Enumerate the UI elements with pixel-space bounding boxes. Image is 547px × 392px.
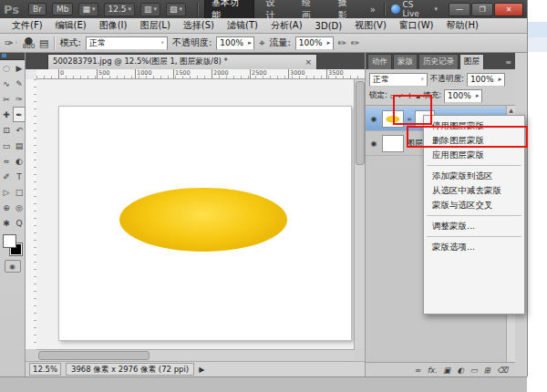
layer-thumbnail[interactable] bbox=[382, 135, 404, 152]
view-extras-button[interactable]: ▦ ▾ bbox=[78, 3, 98, 16]
status-zoom-field[interactable]: 12.5% bbox=[29, 363, 61, 376]
layers-blend-mode-select[interactable]: 正常 ▾ bbox=[369, 73, 428, 87]
launch-mini-bridge-button[interactable]: Mb bbox=[52, 3, 73, 15]
blur-tool-icon[interactable]: ≈ bbox=[0, 153, 13, 169]
path-selection-tool-icon[interactable]: ▷ bbox=[0, 184, 13, 200]
flow-input[interactable]: 100% ▸ bbox=[295, 36, 334, 50]
panel-tab[interactable]: 动作 bbox=[367, 54, 392, 69]
options-bar: ✑ ▾ ● 800 ▤ 模式: 正常 ▾ 不透明度: 100% ▸ ⌖ 流量: … bbox=[0, 34, 527, 53]
adjustment-layer-icon[interactable]: ◐ bbox=[457, 366, 463, 375]
menu-item[interactable]: 选择(S) bbox=[177, 19, 221, 32]
toggle-brush-panel-button[interactable]: ▤ bbox=[39, 37, 48, 49]
menu-item[interactable]: 分析(A) bbox=[264, 19, 309, 32]
launch-bridge-button[interactable]: Br bbox=[28, 3, 46, 15]
quick-mask-button[interactable]: ◉ bbox=[5, 260, 21, 273]
zoom-level-dropdown[interactable]: 12.5 ▾ bbox=[104, 3, 135, 16]
lock-row: 锁定: ▫✓✛▪ 填充: 100% ▸ bbox=[366, 88, 515, 103]
brush-preset-picker[interactable]: ✑ ▾ bbox=[5, 37, 18, 49]
brush-size-picker[interactable]: ● 800 bbox=[23, 38, 35, 49]
gradient-tool-icon[interactable]: ▤ bbox=[13, 138, 26, 153]
vertical-scrollbar[interactable] bbox=[354, 79, 365, 349]
horizontal-scrollbar[interactable] bbox=[36, 349, 355, 360]
context-menu-item[interactable] bbox=[424, 233, 524, 240]
dodge-tool-icon[interactable]: ◐ bbox=[13, 153, 26, 169]
scrollbar-thumb[interactable] bbox=[356, 81, 365, 165]
foreground-color-swatch[interactable] bbox=[3, 234, 16, 248]
context-menu-item[interactable]: 添加蒙版到选区 bbox=[424, 169, 524, 183]
context-menu-item[interactable]: 应用图层蒙版 bbox=[424, 148, 524, 162]
document-title: 500283791.jpg @ 12.5%(图层 1, 图层蒙版/8) * bbox=[53, 57, 228, 67]
tools-panel-header[interactable] bbox=[0, 53, 25, 60]
menu-item[interactable]: 帮助(H) bbox=[440, 19, 485, 32]
link-layers-icon[interactable]: ∞ bbox=[415, 366, 421, 375]
canvas[interactable] bbox=[58, 106, 352, 341]
layer-style-icon[interactable]: fx. bbox=[428, 366, 438, 375]
rectangle-tool-icon[interactable]: □ bbox=[13, 184, 26, 200]
visibility-eye-icon[interactable]: ◉ bbox=[368, 115, 379, 123]
add-layer-mask-icon[interactable]: ▣ bbox=[443, 366, 450, 375]
eraser-tool-icon[interactable]: ▭ bbox=[0, 138, 13, 153]
collapse-panels-icon[interactable]: ≡ bbox=[505, 58, 515, 69]
panel-tab[interactable]: 历史记录 bbox=[418, 54, 459, 69]
new-layer-icon[interactable]: ⊞ bbox=[484, 366, 490, 375]
panel-tab[interactable]: 蒙版 bbox=[393, 54, 418, 69]
menu-item[interactable]: 图像(I) bbox=[93, 19, 134, 32]
quick-selection-tool-icon[interactable]: ✎ bbox=[13, 76, 26, 91]
scrollbar-thumb[interactable] bbox=[38, 351, 150, 360]
brush-dot-icon: ● bbox=[25, 38, 34, 43]
airbrush-toggle-button[interactable]: ✏ bbox=[338, 37, 346, 49]
type-tool-icon[interactable]: T bbox=[13, 169, 26, 184]
screen-mode-button[interactable]: ▧ ▾ bbox=[166, 3, 186, 16]
pen-tool-icon[interactable]: ✐ bbox=[0, 169, 13, 184]
arrange-documents-button[interactable]: ▥ ▾ bbox=[140, 3, 160, 16]
spot-healing-brush-tool-icon[interactable]: ✚ bbox=[0, 107, 13, 122]
opacity-value: 100% bbox=[220, 38, 243, 47]
document-tab[interactable]: 500283791.jpg @ 12.5%(图层 1, 图层蒙版/8) * × bbox=[47, 54, 317, 69]
3d-orbit-tool-icon[interactable]: ◎ bbox=[13, 200, 26, 215]
history-brush-tool-icon[interactable]: ↶ bbox=[13, 122, 26, 138]
tab-close-icon[interactable]: × bbox=[304, 57, 312, 67]
workspace-overflow-button[interactable]: » bbox=[367, 5, 378, 15]
clone-stamp-tool-icon[interactable]: ⊡ bbox=[0, 122, 13, 138]
status-menu-arrow-icon[interactable]: ▶ bbox=[199, 366, 204, 374]
menu-item[interactable]: 窗口(W) bbox=[393, 19, 440, 32]
menu-item[interactable]: 文件(F) bbox=[5, 19, 49, 32]
menu-item[interactable]: 视图(V) bbox=[348, 19, 393, 32]
crop-tool-icon[interactable]: ✂ bbox=[0, 91, 13, 107]
zoom-tool-icon[interactable]: Q bbox=[13, 215, 26, 231]
context-menu-item[interactable]: 调整蒙版... bbox=[424, 219, 524, 233]
3d-rotate-tool-icon[interactable]: ⊕ bbox=[0, 200, 13, 215]
menu-item[interactable]: 编辑(E) bbox=[49, 19, 93, 32]
menu-item[interactable]: 图层(L) bbox=[133, 19, 176, 32]
menu-item[interactable]: 3D(D) bbox=[309, 21, 349, 31]
context-menu-item[interactable]: 从选区中减去蒙版 bbox=[424, 183, 524, 198]
tablet-size-button[interactable]: ✏ bbox=[351, 37, 359, 49]
context-menu-item[interactable] bbox=[424, 212, 524, 219]
cs-live-button[interactable]: CS Live ▾ bbox=[391, 0, 438, 18]
elliptical-marquee-tool-icon[interactable]: ◌ bbox=[0, 60, 13, 76]
close-button[interactable]: ✕ bbox=[494, 3, 523, 16]
opacity-input[interactable]: 100% ▸ bbox=[216, 36, 254, 50]
context-menu-item[interactable] bbox=[424, 162, 524, 169]
restore-button[interactable]: ❐ bbox=[471, 3, 493, 16]
move-tool-icon[interactable]: ▶ bbox=[13, 60, 26, 76]
context-menu-item[interactable]: 蒙版与选区交叉 bbox=[424, 198, 524, 212]
tablet-opacity-button[interactable]: ⌖ bbox=[259, 37, 264, 49]
brush-tool-icon[interactable]: ✒ bbox=[13, 107, 26, 122]
minimize-button[interactable]: — bbox=[449, 3, 470, 16]
fill-input[interactable]: 100% ▸ bbox=[444, 89, 482, 103]
delete-layer-icon[interactable]: ⌫ bbox=[497, 366, 508, 375]
new-group-icon[interactable]: ▭ bbox=[470, 366, 478, 375]
visibility-eye-icon[interactable]: ◉ bbox=[368, 139, 379, 148]
lasso-tool-icon[interactable]: ∿ bbox=[0, 76, 13, 91]
ruler-label: 3000 bbox=[288, 69, 326, 78]
status-bar: 12.5% 3968 像素 x 2976 像素 (72 ppi) ▶ bbox=[26, 361, 365, 377]
panel-tab[interactable]: 图层 bbox=[459, 54, 484, 69]
photoshop-logo: Ps bbox=[4, 3, 19, 16]
eyedropper-tool-icon[interactable]: ✑ bbox=[13, 91, 26, 107]
hand-tool-icon[interactable]: ✱ bbox=[0, 215, 13, 231]
context-menu-item[interactable]: 蒙版选项... bbox=[424, 240, 524, 254]
layers-opacity-input[interactable]: 100% ▸ bbox=[467, 73, 505, 87]
menu-item[interactable]: 滤镜(T) bbox=[221, 19, 264, 32]
blend-mode-select[interactable]: 正常 ▾ bbox=[86, 36, 168, 50]
